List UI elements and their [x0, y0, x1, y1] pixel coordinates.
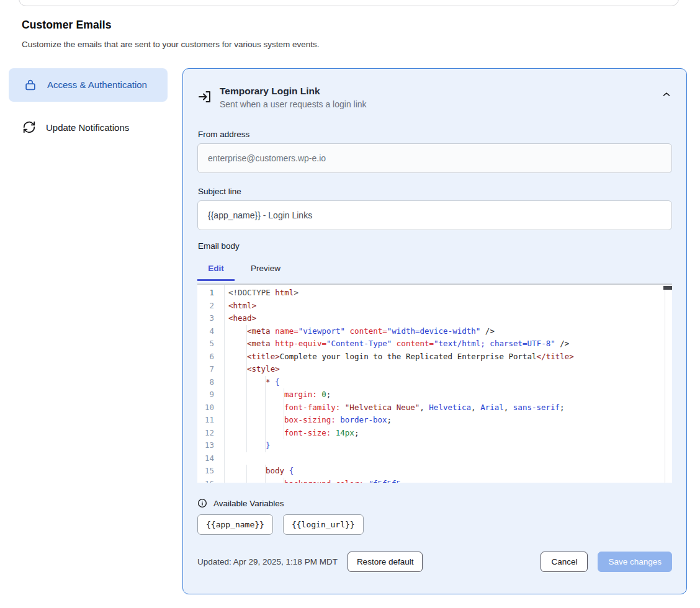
code-token	[345, 325, 350, 338]
variable-chip[interactable]: {{app_name}}	[197, 514, 273, 535]
indent-guide	[228, 376, 247, 389]
indent-guide	[247, 465, 266, 478]
line-number: 8	[197, 376, 224, 389]
line-number: 13	[197, 439, 224, 452]
code-token: <!DOCTYPE	[228, 287, 275, 300]
tab-preview[interactable]: Preview	[249, 259, 282, 281]
code-token: background-color:	[284, 478, 364, 483]
indent-guide	[247, 401, 266, 414]
variable-chip[interactable]: {{login_url}}	[283, 514, 364, 535]
panel-title: Temporary Login Link	[220, 84, 367, 98]
cancel-button[interactable]: Cancel	[541, 552, 588, 572]
code-token: }	[266, 439, 271, 452]
editor-scrollbar-track[interactable]	[665, 286, 672, 483]
line-number: 4	[197, 325, 224, 338]
panel-header-text: Temporary Login Link Sent when a user re…	[220, 84, 367, 110]
panel-header: Temporary Login Link Sent when a user re…	[197, 84, 672, 110]
line-number: 14	[197, 452, 224, 465]
code-token: />	[480, 325, 495, 338]
variable-chips: {{app_name}}{{login_url}}	[197, 514, 672, 535]
code-line: 3<head>	[197, 312, 672, 325]
save-changes-button[interactable]: Save changes	[598, 552, 672, 572]
code-token: Arial	[480, 401, 504, 414]
code-line: 14	[197, 452, 672, 465]
line-number: 15	[197, 465, 224, 478]
code-line: 5<meta http-equiv="Content-Type" content…	[197, 338, 672, 351]
tab-edit[interactable]: Edit	[197, 259, 235, 281]
code-line: 8* {	[197, 376, 672, 389]
code-token: ;	[560, 401, 565, 414]
line-number: 12	[197, 427, 224, 440]
code-token: ;	[387, 414, 392, 427]
indent-guide	[228, 363, 247, 376]
code-line: 12font-size: 14px;	[197, 427, 672, 440]
line-number: 7	[197, 363, 224, 376]
code-token: <html>	[228, 300, 256, 313]
code-token: "width=device-width"	[387, 325, 481, 338]
subject-line-input[interactable]	[197, 200, 672, 230]
indent-guide	[228, 325, 247, 338]
subject-line-label: Subject line	[198, 187, 672, 196]
code-token: <meta	[247, 338, 275, 351]
indent-guide	[266, 388, 284, 401]
code-token: "Content-Type"	[326, 338, 392, 351]
code-lines: 1<!DOCTYPE html>2<html>3<head>4<meta nam…	[197, 285, 672, 483]
code-token: content=	[397, 338, 434, 351]
previous-card-bottom-edge	[19, 0, 679, 6]
email-body-label: Email body	[198, 241, 672, 251]
code-line: 11box-sizing: border-box;	[197, 414, 672, 427]
indent-guide	[228, 478, 247, 483]
indent-guide	[266, 414, 284, 427]
sidebar-item-label: Access & Authentication	[47, 78, 147, 92]
code-token: content=	[350, 325, 387, 338]
indent-guide	[228, 439, 247, 452]
code-token: html	[275, 287, 294, 300]
code-editor[interactable]: 1<!DOCTYPE html>2<html>3<head>4<meta nam…	[197, 284, 672, 483]
indent-guide	[228, 414, 247, 427]
page-header: Customer Emails Customize the emails tha…	[22, 19, 319, 49]
active-tab-underline	[197, 279, 235, 281]
from-address-input[interactable]	[197, 143, 672, 173]
code-token: ,	[504, 401, 513, 414]
line-number: 10	[197, 401, 224, 414]
code-token: ,	[420, 401, 429, 414]
indent-guide	[266, 401, 284, 414]
indent-guide	[247, 478, 266, 483]
gutter-separator	[224, 285, 225, 483]
indent-guide	[228, 427, 247, 440]
email-settings-panel: Temporary Login Link Sent when a user re…	[182, 68, 687, 594]
code-token	[331, 427, 336, 440]
restore-default-button[interactable]: Restore default	[348, 552, 423, 572]
sidebar-item-update-notifications[interactable]: Update Notifications	[9, 118, 168, 136]
line-number: 1	[197, 287, 224, 300]
chevron-up-icon[interactable]	[661, 89, 672, 100]
indent-guide	[266, 427, 284, 440]
refresh-icon	[22, 120, 36, 134]
code-token: http-equiv=	[275, 338, 326, 351]
code-token: *	[266, 376, 275, 389]
available-variables-label: Available Variables	[213, 499, 284, 508]
code-line: 1<!DOCTYPE html>	[197, 287, 672, 300]
sidebar: Access & Authentication Update Notificat…	[9, 68, 168, 136]
indent-guide	[247, 427, 266, 440]
editor-scrollbar-thumb[interactable]	[663, 286, 672, 290]
code-line: 13}	[197, 439, 672, 452]
code-token: {	[275, 376, 280, 389]
code-token	[336, 414, 341, 427]
code-token: font-family:	[284, 401, 340, 414]
code-token: <style>	[247, 363, 280, 376]
line-number: 11	[197, 414, 224, 427]
sidebar-item-access-authentication[interactable]: Access & Authentication	[9, 68, 168, 102]
line-number: 3	[197, 312, 224, 325]
line-number: 2	[197, 300, 224, 313]
code-line: 6<title>Complete your login to the Repli…	[197, 351, 672, 364]
line-number: 16	[197, 478, 224, 483]
code-line: 9margin: 0;	[197, 388, 672, 401]
line-number: 6	[197, 351, 224, 364]
from-address-label: From address	[198, 130, 672, 139]
code-token	[317, 388, 322, 401]
code-token: </title>	[537, 351, 574, 364]
line-number: 9	[197, 388, 224, 401]
code-token: body	[266, 465, 289, 478]
tab-edit-label: Edit	[208, 264, 224, 273]
